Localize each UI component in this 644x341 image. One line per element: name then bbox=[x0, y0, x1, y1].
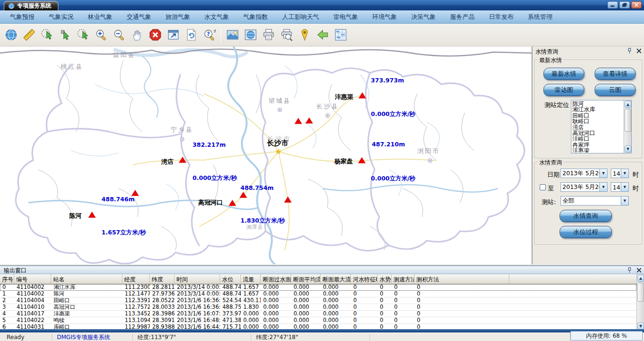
menu-item-10[interactable]: 环境气象 bbox=[365, 10, 404, 23]
station-marker-triangle[interactable] bbox=[131, 190, 139, 196]
app-tab[interactable]: 专项服务系统 bbox=[4, 1, 58, 10]
station-marker-triangle[interactable] bbox=[229, 200, 236, 206]
menu-item-1[interactable]: 气象预报 bbox=[3, 10, 42, 23]
pin-icon[interactable] bbox=[626, 48, 633, 54]
toolbar-identify-button[interactable]: ?± bbox=[200, 26, 218, 45]
list-item[interactable]: 耿峪口 bbox=[572, 118, 623, 124]
water-level-process-button[interactable]: 水位过程 bbox=[560, 226, 612, 238]
restore-button[interactable] bbox=[619, 1, 630, 9]
toolbar-print-button[interactable] bbox=[259, 26, 277, 45]
table-scrollbar[interactable]: ▲ ▼ bbox=[636, 274, 644, 330]
menu-item-9[interactable]: 雷电气象 bbox=[326, 10, 365, 23]
chevron-down-icon[interactable]: ▼ bbox=[599, 169, 607, 178]
column-header[interactable]: 测速方法 bbox=[392, 274, 414, 284]
menu-item-7[interactable]: 气象指数 bbox=[236, 10, 275, 23]
menu-item-2[interactable]: 气象实况 bbox=[42, 10, 81, 23]
toolbar-full-extent-button[interactable] bbox=[164, 26, 182, 45]
toolbar-back-button[interactable] bbox=[313, 26, 331, 45]
table-row[interactable]: 241104004田峪口112.33916728.0522222013/1/6 … bbox=[0, 297, 636, 304]
toolbar-pan-button[interactable] bbox=[128, 26, 146, 45]
toolbar-select-circle-button[interactable] bbox=[74, 26, 92, 45]
toolbar-refresh-button[interactable] bbox=[182, 26, 200, 45]
column-header[interactable]: 站名 bbox=[51, 274, 122, 284]
column-header[interactable]: 编号 bbox=[14, 274, 51, 284]
radar-map-button[interactable]: 雷达图 bbox=[543, 84, 584, 96]
water-query-button[interactable]: 水情查询 bbox=[560, 210, 612, 222]
bottom-splitter[interactable] bbox=[0, 329, 644, 332]
panel-close-icon[interactable] bbox=[636, 48, 642, 54]
scroll-down-icon[interactable]: ▼ bbox=[625, 145, 631, 153]
list-item[interactable]: 沣峪口 bbox=[572, 136, 623, 142]
column-header[interactable]: 断面最大流 bbox=[321, 274, 351, 284]
toolbar-zoom-out-button[interactable] bbox=[110, 26, 128, 45]
chevron-down-icon[interactable]: ▼ bbox=[599, 183, 607, 191]
view-details-button[interactable]: 查看详情 bbox=[595, 68, 635, 80]
toolbar-stop-button[interactable] bbox=[146, 26, 164, 45]
scroll-thumb[interactable] bbox=[625, 109, 631, 132]
scroll-up-icon[interactable]: ▲ bbox=[637, 275, 644, 282]
map-canvas[interactable]: 益阳县桃江县望城县长沙县宁乡县长沙市浏阳市湘潭县沣惠渠杨家盘涝店高冠河口陈河长沙… bbox=[0, 46, 532, 264]
toolbar-world-window-button[interactable] bbox=[241, 26, 259, 45]
toolbar-select-shape-button[interactable] bbox=[38, 26, 56, 45]
table-row[interactable]: 141104002陈河112.14777827.9736112013/3/14 … bbox=[0, 291, 636, 297]
station-marker-triangle[interactable] bbox=[239, 192, 247, 198]
toolbar-print-preview-button[interactable] bbox=[277, 26, 295, 45]
scroll-thumb[interactable] bbox=[637, 283, 644, 302]
column-header[interactable]: 经度 bbox=[122, 274, 150, 284]
table-row[interactable]: 441104017沣惠渠113.34527828.3986112013/1/6 … bbox=[0, 311, 636, 317]
station-marker-triangle[interactable] bbox=[88, 212, 96, 218]
station-marker-triangle[interactable] bbox=[294, 118, 302, 124]
list-item[interactable]: 沣惠渠 bbox=[572, 148, 623, 153]
toolbar-select-button[interactable] bbox=[56, 26, 74, 45]
to-date-checkbox[interactable] bbox=[540, 184, 546, 190]
menu-item-3[interactable]: 林业气象 bbox=[81, 10, 120, 23]
column-header[interactable]: 测积方法 bbox=[414, 274, 509, 284]
menu-item-14[interactable]: 系统管理 bbox=[521, 10, 560, 23]
scroll-down-icon[interactable]: ▼ bbox=[637, 323, 644, 330]
station-listbox[interactable]: 陈河湘江水库田峪口耿峪口涝店高冠河口沣峪口冉家坪沣惠渠 ▲ ▼ bbox=[571, 100, 632, 153]
menu-item-13[interactable]: 日常发布 bbox=[482, 10, 521, 23]
close-button[interactable] bbox=[631, 1, 642, 9]
chevron-down-icon[interactable]: ▼ bbox=[621, 197, 628, 205]
column-header[interactable]: 纬度 bbox=[150, 274, 175, 284]
station-combobox[interactable]: 全部▼ bbox=[561, 196, 629, 206]
column-header[interactable]: 河水特征码 bbox=[351, 274, 377, 284]
table-row[interactable]: 541104022鸣犊113.10944428.3091672013/1/6 1… bbox=[0, 317, 636, 324]
date-combobox[interactable]: 2013年 5月20日▼ bbox=[561, 169, 607, 178]
menu-item-4[interactable]: 交通气象 bbox=[120, 10, 158, 23]
toolbar-globe-button[interactable] bbox=[2, 26, 20, 45]
column-header[interactable]: 水位 bbox=[220, 274, 241, 284]
column-header[interactable]: 断面平均流 bbox=[291, 274, 321, 284]
column-header[interactable]: 序号 bbox=[0, 274, 14, 284]
column-header[interactable]: 时间 bbox=[175, 274, 220, 284]
scroll-up-icon[interactable]: ▲ bbox=[625, 101, 631, 108]
chevron-down-icon[interactable]: ▼ bbox=[621, 183, 628, 191]
output-close-icon[interactable] bbox=[636, 267, 642, 273]
date2-combobox[interactable]: 2013年 5月20日▼ bbox=[561, 182, 607, 192]
latest-water-button[interactable]: 最新水情 bbox=[543, 68, 584, 80]
listbox-scrollbar[interactable]: ▲ ▼ bbox=[624, 100, 631, 153]
menu-item-8[interactable]: 人工影响天气 bbox=[275, 10, 326, 23]
hour2-combobox[interactable]: 14▼ bbox=[611, 182, 629, 192]
pin-icon[interactable] bbox=[626, 267, 633, 273]
cloud-map-button[interactable]: 云图 bbox=[595, 84, 635, 96]
toolbar-measure-button[interactable] bbox=[20, 26, 38, 45]
station-marker-triangle[interactable] bbox=[284, 197, 292, 203]
menu-item-11[interactable]: 决策气象 bbox=[404, 10, 443, 23]
hour-combobox[interactable]: 14▼ bbox=[611, 169, 629, 178]
station-marker-triangle[interactable] bbox=[358, 157, 366, 163]
chevron-down-icon[interactable]: ▼ bbox=[621, 169, 628, 178]
column-header[interactable]: 流量 bbox=[241, 274, 261, 284]
menu-item-12[interactable]: 服务产品 bbox=[443, 10, 482, 23]
toolbar-grid-map-button[interactable] bbox=[331, 26, 350, 45]
toolbar-zoom-in-button[interactable] bbox=[92, 26, 110, 45]
menu-item-5[interactable]: 旅游气象 bbox=[158, 10, 197, 23]
table-row[interactable]: 341104010高冠河口112.75722228.0033332013/1/6… bbox=[0, 304, 636, 311]
toolbar-export-image-button[interactable] bbox=[223, 26, 241, 45]
menu-item-6[interactable]: 水文气象 bbox=[197, 10, 236, 23]
table-row[interactable]: 041104002湘江水库111.23000028.2811112013/3/1… bbox=[0, 284, 636, 291]
column-header[interactable]: 水势 bbox=[377, 274, 392, 284]
list-item[interactable]: 湘江水库 bbox=[572, 107, 623, 112]
toolbar-locate-pin-button[interactable] bbox=[295, 26, 313, 45]
station-marker-triangle[interactable] bbox=[359, 92, 366, 99]
